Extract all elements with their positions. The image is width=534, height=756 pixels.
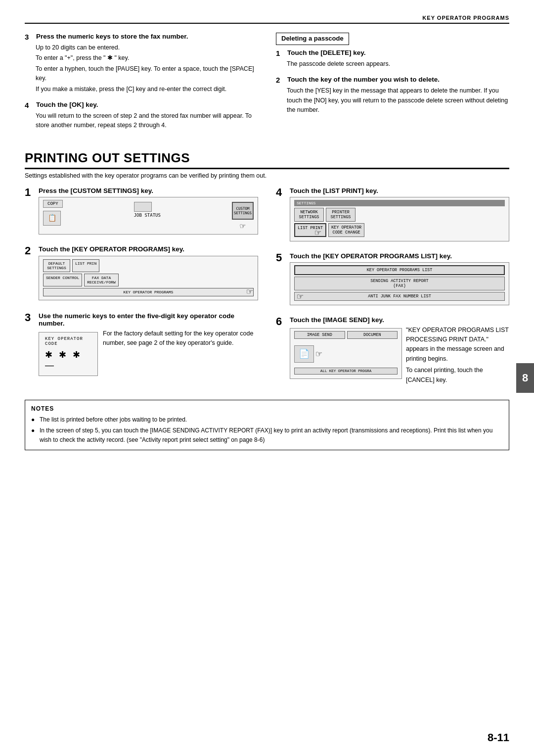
print-step1-num: 1 (25, 187, 39, 198)
deleting-passcode-label: Deleting a passcode (281, 35, 344, 42)
kop-row1: DEFAULTSETTINGS LIST PRIN (43, 259, 254, 272)
top-section: 3 Press the numeric keys to store the fa… (25, 33, 509, 138)
finger-icon-2: ☞ (247, 285, 253, 298)
step3-fax-block: 3 Press the numeric keys to store the fa… (25, 33, 258, 94)
notes-title: NOTES (31, 404, 503, 414)
print-step4-content: Touch the [LIST PRINT] key. SETTINGS NET… (290, 187, 509, 245)
step3-fax-body: Up to 20 digits can be entered. To enter… (36, 43, 258, 94)
sender-control-btn: SENDER CONTROL (43, 274, 82, 286)
notes-box: NOTES ● The list is printed before other… (25, 400, 509, 450)
step4-fax-block: 4 Touch the [OK] key. You will return to… (25, 101, 258, 131)
delete-step1-text: The passcode delete screen appears. (287, 59, 509, 69)
print-step3-num: 3 (25, 312, 39, 323)
print-step4-heading: Touch the [LIST PRINT] key. (290, 187, 509, 194)
print-step3-heading: Use the numeric keys to enter the five-d… (39, 312, 258, 327)
step3-body-1: Up to 20 digits can be entered. (36, 43, 258, 52)
print-step5-heading: Touch the [KEY OPERATOR PROGRAMS LIST] k… (290, 252, 509, 260)
print-step6-heading: Touch the [IMAGE SEND] key. (290, 316, 509, 324)
deleting-passcode-box: Deleting a passcode (276, 33, 349, 45)
finger-icon-1: ☞ (232, 221, 254, 232)
settings-bar: SETTINGS (294, 200, 505, 206)
bullet-2: ● (31, 426, 37, 444)
print-step2-content: Touch the [KEY OPERATOR PROGRAMS] key. D… (39, 245, 258, 305)
step6-body: "KEY OPERATOR PROGRAMS LIST PROCESSING P… (406, 326, 509, 386)
section-subtitle: Settings established with the key operat… (25, 172, 509, 179)
print-step6-content: Touch the [IMAGE SEND] key. IMAGE SEND D… (290, 316, 509, 386)
all-key-operator-btn: ALL KEY OPERATOR PROGRA (294, 368, 398, 375)
finger-icon-5: ☞ (316, 348, 322, 360)
lp-row2: LIST PRINT KEY OPERATORCODE CHANGE (294, 223, 505, 237)
print-step5-block: 5 Touch the [KEY OPERATOR PROGRAMS LIST]… (276, 252, 509, 309)
finger-icon-4: ☞ (297, 290, 303, 303)
image-send-btn: IMAGE SEND (294, 331, 345, 339)
step3-content-row: KEY OPERATOR CODE ✱ ✱ ✱ — For the factor… (39, 329, 258, 379)
step3-fax-num: 3 (25, 33, 34, 41)
delete-step1-heading: 1 Touch the [DELETE] key. (276, 49, 509, 57)
delete-step1-body: The passcode delete screen appears. (287, 59, 509, 69)
print-step1-heading: Press the [CUSTOM SETTINGS] key. (39, 187, 258, 194)
print-step5-label: Touch the [KEY OPERATOR PROGRAMS LIST] k… (290, 252, 452, 260)
notes-text-1: The list is printed before other jobs wa… (40, 415, 187, 425)
image-send-screen: IMAGE SEND DOCUMEN 📄 ☞ ALL KEY OPERATOR … (290, 328, 402, 379)
delete-step2-block: 2 Touch the key of the number you wish t… (276, 76, 509, 115)
custom-settings-btn: CUSTOM SETTINGS ☞ (232, 202, 254, 232)
delete-step2-num: 2 (276, 76, 285, 84)
bullet-1: ● (31, 415, 37, 425)
print-step4-block: 4 Touch the [LIST PRINT] key. SETTINGS N… (276, 187, 509, 245)
list-print-screen: SETTINGS NETWORKSETTINGS PRINTERSETTINGS… (290, 197, 509, 241)
print-step1-content: Press the [CUSTOM SETTINGS] key. COPY 📋 (39, 187, 258, 238)
list-print-select-btn: LIST PRINT (294, 223, 326, 237)
kop-list-screen: KEY OPERATOR PROGRAMS LIST SENDING ACTIV… (290, 262, 509, 305)
step6-body-2: To cancel printing, touch the [CANCEL] k… (406, 366, 509, 385)
print-step3-content: Use the numeric keys to enter the five-d… (39, 312, 258, 379)
kop-menu-screen: DEFAULTSETTINGS LIST PRIN SENDER CONTROL… (39, 256, 258, 300)
anti-junk-btn: ANTI JUNK FAX NUMBER LIST (294, 292, 505, 301)
document-btn: DOCUMEN (347, 331, 398, 339)
print-step6-block: 6 Touch the [IMAGE SEND] key. IMAGE SEND… (276, 316, 509, 386)
sidebar-number: 8 (516, 363, 534, 393)
sending-activity-btn: SENDING ACTIVITY REPORT(FAX) (294, 277, 505, 290)
print-step3-label: Use the numeric keys to enter the five-d… (39, 312, 258, 327)
page-number: 8-11 (488, 731, 509, 744)
delete-step2-text: Touch the [YES] key in the message that … (287, 86, 509, 115)
is-top-row: IMAGE SEND DOCUMEN (294, 331, 398, 340)
job-status-label: JOB STATUS (134, 202, 161, 218)
default-settings-btn: DEFAULTSETTINGS (43, 259, 70, 272)
printer-settings-btn: PRINTERSETTINGS (326, 208, 356, 222)
printing-right-col: 4 Touch the [LIST PRINT] key. SETTINGS N… (276, 187, 509, 393)
page-header: KEY OPERATOR PROGRAMS (25, 15, 509, 24)
kop-programs-list-btn: KEY OPERATOR PROGRAMS LIST (294, 265, 505, 275)
key-operator-programs-btn: KEY OPERATOR PROGRAMS (43, 288, 254, 296)
fax-image-icon: 📄 (294, 345, 314, 363)
copy-label: COPY (43, 200, 63, 208)
kop-code-change-btn: KEY OPERATORCODE CHANGE (328, 223, 364, 237)
kop-code-screen: KEY OPERATOR CODE ✱ ✱ ✱ — (39, 332, 98, 376)
kop-code-label: KEY OPERATOR CODE (45, 336, 91, 346)
print-step6-label: Touch the [IMAGE SEND] key. (290, 316, 384, 324)
step3-body-3: To enter a hyphen, touch the [PAUSE] key… (36, 64, 258, 84)
step3-body-2: To enter a "+", press the " ✱ " key. (36, 53, 258, 63)
delete-step2-label: Touch the key of the number you wish to … (287, 76, 440, 83)
list-print-btn: LIST PRIN (72, 259, 99, 272)
print-step1-block: 1 Press the [CUSTOM SETTINGS] key. COPY (25, 187, 258, 238)
step6-body-1: "KEY OPERATOR PROGRAMS LIST PROCESSING P… (406, 326, 509, 364)
print-step6-num: 6 (276, 316, 290, 327)
delete-step2-heading: 2 Touch the key of the number you wish t… (276, 76, 509, 84)
network-settings-btn: NETWORKSETTINGS (294, 208, 324, 222)
step4-fax-heading: 4 Touch the [OK] key. (25, 101, 258, 109)
kop-stars: ✱ ✱ ✱ — (45, 349, 91, 371)
fax-data-btn: FAX DATARECEIVE/FORW (84, 274, 119, 286)
finger-icon-3: ☞ (315, 227, 321, 239)
step4-fax-body-text: You will return to the screen of step 2 … (36, 111, 258, 131)
notes-text-2: In the screen of step 5, you can touch t… (40, 426, 503, 444)
section-title: PRINTING OUT SETTINGS (25, 150, 509, 169)
printing-left-col: 1 Press the [CUSTOM SETTINGS] key. COPY (25, 187, 258, 393)
copy-icon: 📋 (43, 211, 61, 226)
delete-step1-block: 1 Touch the [DELETE] key. The passcode d… (276, 49, 509, 69)
step3-fax-heading: 3 Press the numeric keys to store the fa… (25, 33, 258, 41)
header-title: KEY OPERATOR PROGRAMS (422, 15, 509, 21)
delete-step1-num: 1 (276, 49, 285, 57)
print-step4-label: Touch the [LIST PRINT] key. (290, 187, 378, 194)
print-step1-label: Press the [CUSTOM SETTINGS] key. (39, 187, 153, 194)
step4-fax-label: Touch the [OK] key. (36, 101, 98, 108)
